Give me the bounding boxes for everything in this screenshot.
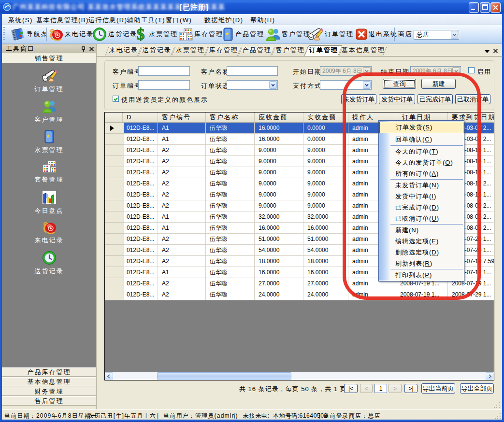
svg-text:$: $ [137, 27, 146, 42]
